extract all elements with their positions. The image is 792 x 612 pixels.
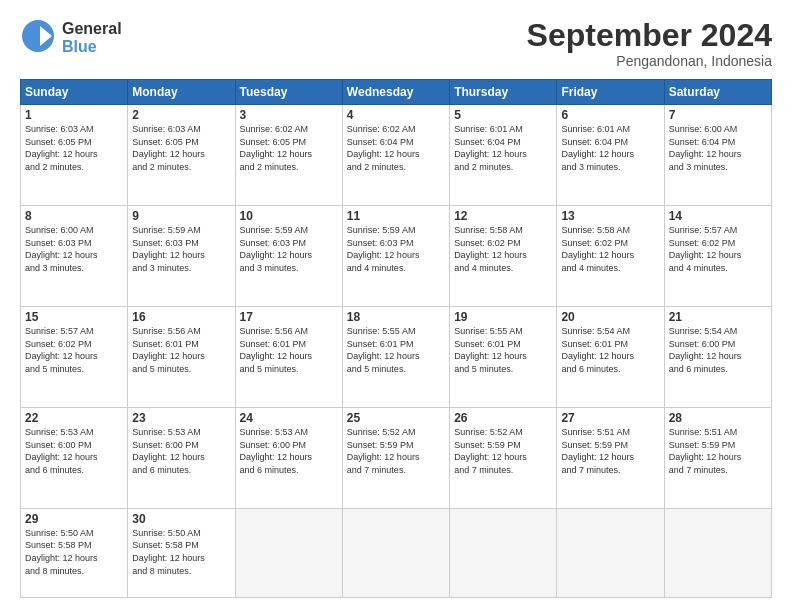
day-number: 5 xyxy=(454,108,552,122)
day-info: Sunrise: 5:54 AM Sunset: 6:01 PM Dayligh… xyxy=(561,325,659,375)
location-subtitle: Pengandonan, Indonesia xyxy=(527,53,772,69)
day-number: 29 xyxy=(25,512,123,526)
calendar-cell xyxy=(235,508,342,597)
day-number: 26 xyxy=(454,411,552,425)
col-header-thursday: Thursday xyxy=(450,80,557,105)
day-info: Sunrise: 5:54 AM Sunset: 6:00 PM Dayligh… xyxy=(669,325,767,375)
day-info: Sunrise: 5:52 AM Sunset: 5:59 PM Dayligh… xyxy=(454,426,552,476)
calendar-cell xyxy=(557,508,664,597)
day-info: Sunrise: 6:01 AM Sunset: 6:04 PM Dayligh… xyxy=(454,123,552,173)
day-info: Sunrise: 5:53 AM Sunset: 6:00 PM Dayligh… xyxy=(25,426,123,476)
day-number: 14 xyxy=(669,209,767,223)
calendar-cell xyxy=(664,508,771,597)
calendar-cell: 6Sunrise: 6:01 AM Sunset: 6:04 PM Daylig… xyxy=(557,105,664,206)
day-info: Sunrise: 6:03 AM Sunset: 6:05 PM Dayligh… xyxy=(132,123,230,173)
day-info: Sunrise: 5:58 AM Sunset: 6:02 PM Dayligh… xyxy=(561,224,659,274)
day-number: 12 xyxy=(454,209,552,223)
calendar-cell: 29Sunrise: 5:50 AM Sunset: 5:58 PM Dayli… xyxy=(21,508,128,597)
calendar-cell: 14Sunrise: 5:57 AM Sunset: 6:02 PM Dayli… xyxy=(664,206,771,307)
day-info: Sunrise: 5:56 AM Sunset: 6:01 PM Dayligh… xyxy=(240,325,338,375)
calendar-cell: 13Sunrise: 5:58 AM Sunset: 6:02 PM Dayli… xyxy=(557,206,664,307)
calendar-cell: 20Sunrise: 5:54 AM Sunset: 6:01 PM Dayli… xyxy=(557,307,664,408)
day-number: 6 xyxy=(561,108,659,122)
col-header-sunday: Sunday xyxy=(21,80,128,105)
day-info: Sunrise: 6:00 AM Sunset: 6:03 PM Dayligh… xyxy=(25,224,123,274)
day-number: 3 xyxy=(240,108,338,122)
day-info: Sunrise: 5:55 AM Sunset: 6:01 PM Dayligh… xyxy=(454,325,552,375)
calendar-cell: 18Sunrise: 5:55 AM Sunset: 6:01 PM Dayli… xyxy=(342,307,449,408)
day-number: 13 xyxy=(561,209,659,223)
calendar-cell: 24Sunrise: 5:53 AM Sunset: 6:00 PM Dayli… xyxy=(235,407,342,508)
day-number: 2 xyxy=(132,108,230,122)
day-number: 9 xyxy=(132,209,230,223)
col-header-tuesday: Tuesday xyxy=(235,80,342,105)
day-info: Sunrise: 5:56 AM Sunset: 6:01 PM Dayligh… xyxy=(132,325,230,375)
day-number: 30 xyxy=(132,512,230,526)
calendar-cell: 30Sunrise: 5:50 AM Sunset: 5:58 PM Dayli… xyxy=(128,508,235,597)
calendar-cell: 21Sunrise: 5:54 AM Sunset: 6:00 PM Dayli… xyxy=(664,307,771,408)
day-number: 18 xyxy=(347,310,445,324)
calendar-cell: 16Sunrise: 5:56 AM Sunset: 6:01 PM Dayli… xyxy=(128,307,235,408)
calendar-row-3: 22Sunrise: 5:53 AM Sunset: 6:00 PM Dayli… xyxy=(21,407,772,508)
day-info: Sunrise: 5:59 AM Sunset: 6:03 PM Dayligh… xyxy=(132,224,230,274)
calendar-table: SundayMondayTuesdayWednesdayThursdayFrid… xyxy=(20,79,772,598)
day-number: 1 xyxy=(25,108,123,122)
page: General Blue September 2024 Pengandonan,… xyxy=(0,0,792,612)
day-number: 7 xyxy=(669,108,767,122)
day-info: Sunrise: 5:58 AM Sunset: 6:02 PM Dayligh… xyxy=(454,224,552,274)
calendar-cell: 11Sunrise: 5:59 AM Sunset: 6:03 PM Dayli… xyxy=(342,206,449,307)
day-number: 21 xyxy=(669,310,767,324)
col-header-saturday: Saturday xyxy=(664,80,771,105)
day-number: 17 xyxy=(240,310,338,324)
logo-text-blue: Blue xyxy=(62,38,122,56)
logo: General Blue xyxy=(20,18,122,58)
day-number: 25 xyxy=(347,411,445,425)
day-number: 24 xyxy=(240,411,338,425)
day-number: 19 xyxy=(454,310,552,324)
calendar-cell: 5Sunrise: 6:01 AM Sunset: 6:04 PM Daylig… xyxy=(450,105,557,206)
day-info: Sunrise: 6:00 AM Sunset: 6:04 PM Dayligh… xyxy=(669,123,767,173)
calendar-cell: 22Sunrise: 5:53 AM Sunset: 6:00 PM Dayli… xyxy=(21,407,128,508)
day-number: 22 xyxy=(25,411,123,425)
day-info: Sunrise: 5:50 AM Sunset: 5:58 PM Dayligh… xyxy=(132,527,230,577)
calendar-cell: 7Sunrise: 6:00 AM Sunset: 6:04 PM Daylig… xyxy=(664,105,771,206)
calendar-row-1: 8Sunrise: 6:00 AM Sunset: 6:03 PM Daylig… xyxy=(21,206,772,307)
day-info: Sunrise: 6:02 AM Sunset: 6:04 PM Dayligh… xyxy=(347,123,445,173)
calendar-cell: 27Sunrise: 5:51 AM Sunset: 5:59 PM Dayli… xyxy=(557,407,664,508)
day-info: Sunrise: 5:59 AM Sunset: 6:03 PM Dayligh… xyxy=(240,224,338,274)
day-number: 11 xyxy=(347,209,445,223)
calendar-cell xyxy=(450,508,557,597)
day-info: Sunrise: 5:55 AM Sunset: 6:01 PM Dayligh… xyxy=(347,325,445,375)
calendar-cell: 2Sunrise: 6:03 AM Sunset: 6:05 PM Daylig… xyxy=(128,105,235,206)
day-number: 28 xyxy=(669,411,767,425)
calendar-cell: 10Sunrise: 5:59 AM Sunset: 6:03 PM Dayli… xyxy=(235,206,342,307)
calendar-cell: 12Sunrise: 5:58 AM Sunset: 6:02 PM Dayli… xyxy=(450,206,557,307)
day-info: Sunrise: 5:53 AM Sunset: 6:00 PM Dayligh… xyxy=(240,426,338,476)
day-number: 15 xyxy=(25,310,123,324)
day-info: Sunrise: 5:57 AM Sunset: 6:02 PM Dayligh… xyxy=(669,224,767,274)
calendar-cell: 1Sunrise: 6:03 AM Sunset: 6:05 PM Daylig… xyxy=(21,105,128,206)
calendar-cell: 17Sunrise: 5:56 AM Sunset: 6:01 PM Dayli… xyxy=(235,307,342,408)
calendar-cell: 4Sunrise: 6:02 AM Sunset: 6:04 PM Daylig… xyxy=(342,105,449,206)
day-info: Sunrise: 5:51 AM Sunset: 5:59 PM Dayligh… xyxy=(561,426,659,476)
calendar-row-0: 1Sunrise: 6:03 AM Sunset: 6:05 PM Daylig… xyxy=(21,105,772,206)
logo-icon xyxy=(20,18,56,54)
header: General Blue September 2024 Pengandonan,… xyxy=(20,18,772,69)
calendar-row-2: 15Sunrise: 5:57 AM Sunset: 6:02 PM Dayli… xyxy=(21,307,772,408)
day-number: 16 xyxy=(132,310,230,324)
calendar-cell: 25Sunrise: 5:52 AM Sunset: 5:59 PM Dayli… xyxy=(342,407,449,508)
day-info: Sunrise: 5:51 AM Sunset: 5:59 PM Dayligh… xyxy=(669,426,767,476)
calendar-cell: 15Sunrise: 5:57 AM Sunset: 6:02 PM Dayli… xyxy=(21,307,128,408)
day-info: Sunrise: 6:01 AM Sunset: 6:04 PM Dayligh… xyxy=(561,123,659,173)
day-number: 20 xyxy=(561,310,659,324)
day-number: 27 xyxy=(561,411,659,425)
col-header-friday: Friday xyxy=(557,80,664,105)
calendar-cell xyxy=(342,508,449,597)
col-header-monday: Monday xyxy=(128,80,235,105)
day-number: 10 xyxy=(240,209,338,223)
day-info: Sunrise: 6:03 AM Sunset: 6:05 PM Dayligh… xyxy=(25,123,123,173)
day-number: 23 xyxy=(132,411,230,425)
calendar-row-4: 29Sunrise: 5:50 AM Sunset: 5:58 PM Dayli… xyxy=(21,508,772,597)
day-number: 8 xyxy=(25,209,123,223)
day-number: 4 xyxy=(347,108,445,122)
